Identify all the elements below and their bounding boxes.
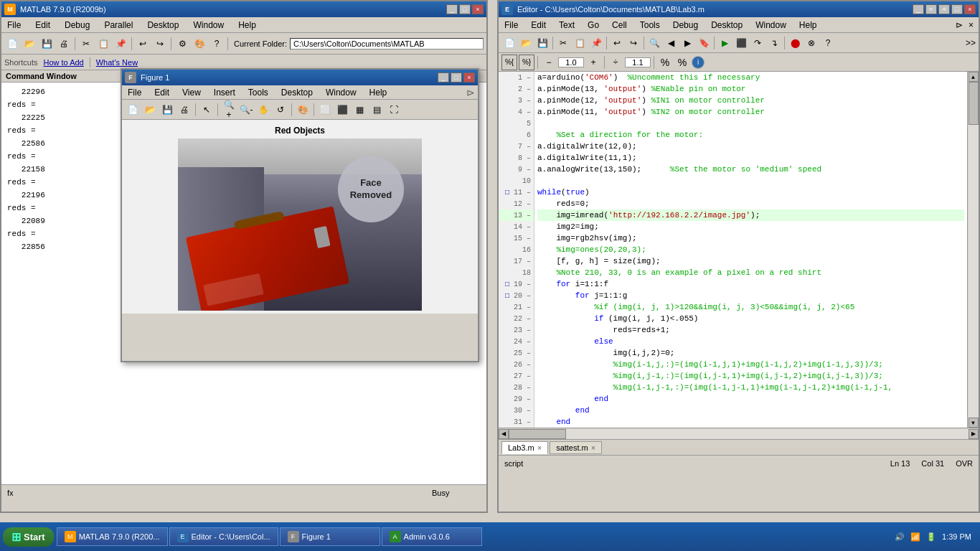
- toolbar-new-button[interactable]: 📄: [4, 36, 20, 52]
- figure1-close-button[interactable]: ×: [463, 72, 475, 83]
- scrollbar-left-button[interactable]: ◀: [499, 429, 509, 439]
- matlab-menu-window[interactable]: Window: [190, 19, 227, 32]
- figure1-menu-file[interactable]: File: [125, 86, 144, 99]
- toolbar-save-button[interactable]: 💾: [39, 36, 55, 52]
- figure1-expand-icon[interactable]: ⊳: [466, 87, 475, 98]
- editor-code-area[interactable]: a=arduino('COM6') %Uncomment this if nec…: [534, 72, 967, 428]
- current-folder-input[interactable]: [290, 38, 484, 50]
- editor-tb2-cell1[interactable]: %{: [501, 55, 517, 70]
- taskbar-item-admin[interactable]: A Admin v3.0.6: [382, 527, 482, 546]
- matlab-minimize-button[interactable]: _: [446, 4, 458, 14]
- editor-tab-lab3-close[interactable]: ×: [537, 443, 542, 452]
- editor-restore-button[interactable]: ⊲: [938, 4, 950, 14]
- scrollbar-h-track[interactable]: [509, 429, 969, 439]
- editor-tb-redo[interactable]: ↪: [626, 35, 641, 51]
- editor-menu-file[interactable]: File: [501, 19, 521, 32]
- fold-19[interactable]: □: [505, 281, 512, 288]
- matlab-menu-file[interactable]: File: [4, 19, 24, 32]
- editor-tb-bookmark[interactable]: 🔖: [696, 35, 712, 51]
- figure1-rotate-button[interactable]: ↺: [273, 102, 288, 118]
- figure1-menu-tools[interactable]: Tools: [245, 86, 271, 99]
- toolbar-redo-button[interactable]: ↪: [152, 36, 168, 52]
- toolbar-paste-button[interactable]: 📌: [113, 36, 128, 52]
- toolbar-guide-button[interactable]: 🎨: [192, 36, 207, 52]
- editor-tab-sattest[interactable]: sattest.m ×: [550, 441, 602, 454]
- figure1-open-button[interactable]: 📂: [142, 102, 158, 118]
- fold-11[interactable]: □: [505, 189, 512, 197]
- editor-tb-copy[interactable]: 📋: [572, 35, 588, 51]
- editor-menu-tools[interactable]: Tools: [637, 19, 663, 32]
- matlab-menu-desktop[interactable]: Desktop: [144, 19, 182, 32]
- editor-tb2-cell2[interactable]: %}: [519, 55, 534, 70]
- figure1-menu-window[interactable]: Window: [323, 86, 359, 99]
- editor-tb-cut[interactable]: ✂: [555, 35, 571, 51]
- matlab-menu-parallel[interactable]: Parallel: [101, 19, 136, 32]
- toolbar-cut-button[interactable]: ✂: [78, 36, 94, 52]
- editor-tb-run[interactable]: ▶: [717, 35, 732, 51]
- editor-close-button[interactable]: ×: [964, 4, 976, 14]
- shortcut-whats-new[interactable]: What's New: [96, 58, 138, 67]
- toolbar-simulink-button[interactable]: ⚙: [174, 36, 190, 52]
- figure1-maximize-button[interactable]: □: [451, 72, 462, 83]
- editor-tb-expand[interactable]: >>: [966, 38, 976, 48]
- editor-tb2-indent2[interactable]: %: [674, 55, 690, 70]
- editor-tb-new[interactable]: 📄: [501, 35, 517, 51]
- editor-tb-breakpoint[interactable]: ⬤: [787, 35, 803, 51]
- figure1-menu-help[interactable]: Help: [367, 86, 390, 99]
- editor-tab-sattest-close[interactable]: ×: [591, 443, 595, 452]
- shortcut-how-to-add[interactable]: How to Add: [43, 58, 83, 67]
- figure1-zoom-in-button[interactable]: 🔍+: [221, 102, 237, 118]
- editor-menu-go[interactable]: Go: [585, 19, 602, 32]
- figure1-minimize-button[interactable]: _: [438, 72, 449, 83]
- toolbar-copy-button[interactable]: 📋: [95, 36, 111, 52]
- editor-menu-minimize-icon[interactable]: ⊳: [953, 20, 965, 30]
- editor-tb2-plus[interactable]: +: [585, 55, 601, 70]
- editor-minimize-button[interactable]: _: [913, 4, 924, 14]
- editor-tb-find[interactable]: 🔍: [646, 35, 662, 51]
- editor-scrollbar-h[interactable]: ◀ ▶: [499, 428, 979, 439]
- figure1-toolbar-btn8[interactable]: ▤: [369, 102, 385, 118]
- editor-menu-cell[interactable]: Cell: [609, 19, 630, 32]
- editor-scrollbar-v[interactable]: ▲ ▼: [967, 72, 979, 428]
- editor-dock-button[interactable]: ⊳: [925, 4, 937, 14]
- editor-maximize-button[interactable]: □: [951, 4, 963, 14]
- editor-tb-undo[interactable]: ↩: [609, 35, 625, 51]
- editor-menu-window[interactable]: Window: [753, 19, 789, 32]
- figure1-toolbar-btn7[interactable]: ▦: [352, 102, 367, 118]
- editor-tb2-info[interactable]: i: [692, 56, 705, 69]
- scrollbar-down-button[interactable]: ▼: [969, 418, 979, 428]
- editor-tb-open[interactable]: 📂: [518, 35, 534, 51]
- toolbar-help-button[interactable]: ?: [209, 36, 225, 52]
- figure1-zoom-out-button[interactable]: 🔍-: [238, 102, 254, 118]
- editor-tab-lab3[interactable]: Lab3.m ×: [501, 441, 548, 454]
- editor-tb-prev[interactable]: ◀: [663, 35, 679, 51]
- editor-menu-desktop[interactable]: Desktop: [708, 19, 745, 32]
- editor-content-area[interactable]: 1 – 2 – 3 – 4 – 5 6 7 – 8 – 9 – 10 □11 –…: [499, 72, 979, 428]
- figure1-toolbar-btn5[interactable]: ⬜: [317, 102, 333, 118]
- toolbar-undo-button[interactable]: ↩: [135, 36, 151, 52]
- figure1-new-button[interactable]: 📄: [125, 102, 141, 118]
- matlab-menu-debug[interactable]: Debug: [62, 19, 93, 32]
- fold-20[interactable]: □: [505, 292, 512, 300]
- editor-tb-help[interactable]: ?: [820, 35, 836, 51]
- scrollbar-up-button[interactable]: ▲: [969, 72, 979, 82]
- figure1-menu-view[interactable]: View: [179, 86, 204, 99]
- matlab-maximize-button[interactable]: □: [459, 4, 471, 14]
- editor-tb2-minus[interactable]: −: [541, 55, 557, 70]
- figure1-toolbar-btn6[interactable]: ⬛: [334, 102, 350, 118]
- editor-tb2-indent1[interactable]: %: [657, 55, 673, 70]
- editor-tb-next[interactable]: ▶: [679, 35, 695, 51]
- figure1-menu-desktop[interactable]: Desktop: [278, 86, 316, 99]
- figure1-fullscreen-button[interactable]: ⛶: [386, 102, 402, 118]
- editor-zoom-value2[interactable]: [625, 57, 651, 67]
- matlab-menu-edit[interactable]: Edit: [32, 19, 53, 32]
- editor-menu-edit[interactable]: Edit: [528, 19, 549, 32]
- editor-tb-stop[interactable]: ⬛: [733, 35, 749, 51]
- editor-menu-help[interactable]: Help: [796, 19, 820, 32]
- editor-menu-text[interactable]: Text: [556, 19, 578, 32]
- taskbar-item-figure[interactable]: F Figure 1: [280, 527, 380, 546]
- editor-tb-stepover[interactable]: ↷: [750, 35, 765, 51]
- figure1-print-button[interactable]: 🖨: [176, 102, 192, 118]
- figure1-save-button[interactable]: 💾: [159, 102, 175, 118]
- matlab-close-button[interactable]: ×: [472, 4, 484, 14]
